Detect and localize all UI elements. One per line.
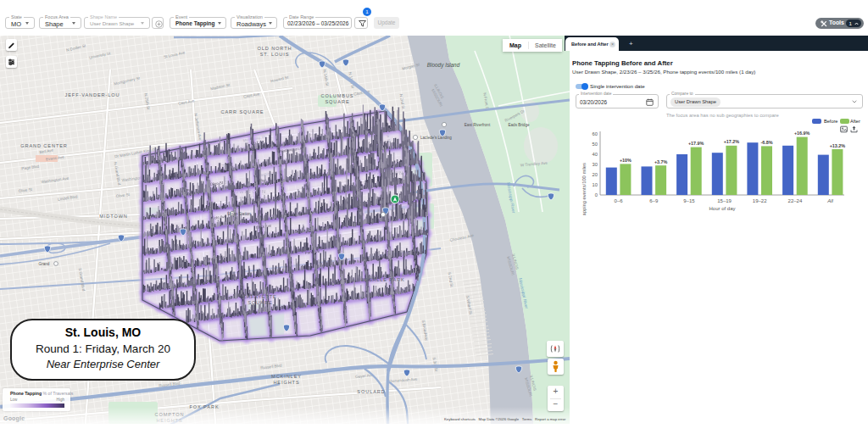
svg-text:SOULARD: SOULARD xyxy=(357,389,385,394)
svg-text:MIDTOWN: MIDTOWN xyxy=(99,214,128,219)
svg-text:Hour of day: Hour of day xyxy=(709,206,735,211)
svg-text:East Riverfront: East Riverfront xyxy=(465,123,491,127)
svg-text:+17.2%: +17.2% xyxy=(724,139,740,144)
svg-text:0–6: 0–6 xyxy=(615,198,624,203)
svg-text:+16.9%: +16.9% xyxy=(794,131,810,136)
svg-text:COLUMBUS: COLUMBUS xyxy=(321,93,354,98)
svg-text:JEFF-VANDER-LOU: JEFF-VANDER-LOU xyxy=(65,92,120,97)
svg-text:20: 20 xyxy=(593,172,598,177)
svg-text:19–22: 19–22 xyxy=(753,198,767,203)
svg-text:Union Station: Union Station xyxy=(227,212,251,216)
svg-text:60: 60 xyxy=(593,131,598,136)
svg-text:+17.9%: +17.9% xyxy=(688,141,704,146)
svg-text:Google: Google xyxy=(3,415,25,422)
svg-text:All: All xyxy=(826,198,833,203)
svg-text:MCKINLEY: MCKINLEY xyxy=(271,374,302,379)
svg-text:+10%: +10% xyxy=(620,158,632,163)
svg-text:22–24: 22–24 xyxy=(788,198,803,203)
svg-text:Laclede's Landing: Laclede's Landing xyxy=(420,136,452,140)
svg-text:0: 0 xyxy=(595,192,598,198)
svg-text:LAFAYETTE: LAFAYETTE xyxy=(243,294,276,299)
svg-text:6–9: 6–9 xyxy=(649,198,659,203)
svg-text:OLD NORTH: OLD NORTH xyxy=(258,46,292,51)
svg-text:9–15: 9–15 xyxy=(683,198,695,203)
svg-text:10: 10 xyxy=(593,182,598,187)
svg-text:Bloody Island: Bloody Island xyxy=(427,62,460,69)
svg-text:+13.2%: +13.2% xyxy=(830,143,846,148)
svg-text:+3.7%: +3.7% xyxy=(654,159,668,164)
svg-text:LASALLE PARK: LASALLE PARK xyxy=(361,277,404,282)
svg-text:CARR SQUARE: CARR SQUARE xyxy=(221,109,264,114)
svg-text:ST. LOUIS: ST. LOUIS xyxy=(260,52,290,57)
svg-text:SQUARE: SQUARE xyxy=(325,99,349,104)
svg-text:Eads Bridge: Eads Bridge xyxy=(508,123,529,127)
svg-text:Phone tapping events/100 miles: Phone tapping events/100 miles xyxy=(581,163,587,215)
svg-text:GRAND CENTER: GRAND CENTER xyxy=(20,143,68,148)
svg-text:30: 30 xyxy=(593,162,598,167)
svg-text:-6.8%: -6.8% xyxy=(760,140,772,145)
svg-text:Keyboard shortcuts Map Data: Keyboard shortcuts Map Data ©2026 Google… xyxy=(444,417,566,421)
svg-text:SQUARE: SQUARE xyxy=(248,300,272,305)
svg-text:15–19: 15–19 xyxy=(717,198,732,203)
svg-text:HEIGHTS: HEIGHTS xyxy=(273,380,299,385)
svg-text:50: 50 xyxy=(593,142,598,147)
svg-text:Grand: Grand xyxy=(39,262,50,266)
svg-text:40: 40 xyxy=(593,152,598,157)
